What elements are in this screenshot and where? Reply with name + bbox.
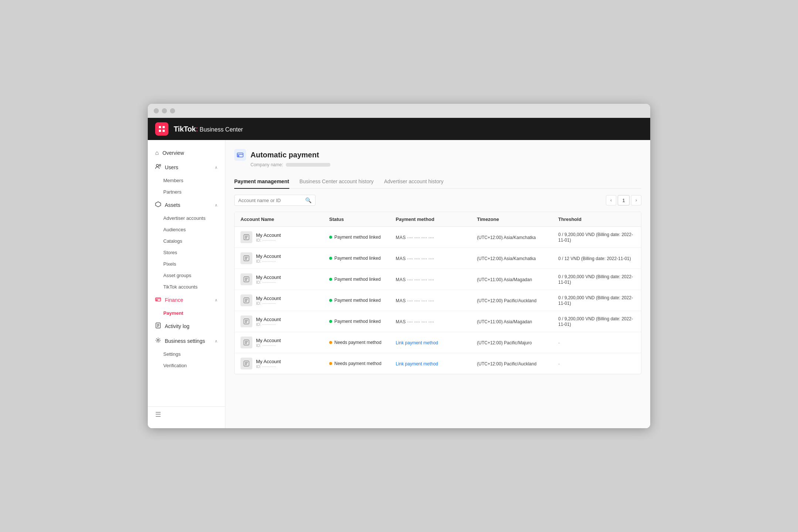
header-threshold: Threshold [552, 212, 641, 226]
business-settings-chevron-icon: ∧ [215, 339, 218, 344]
threshold-text: 0 / 9,200,000 VND (Billing date: 2022-11… [558, 232, 633, 243]
account-id: ID: ············ [256, 343, 281, 348]
table-cell-threshold: - [552, 357, 641, 371]
sidebar-item-business-settings-label: Business settings [165, 338, 205, 344]
status-text: Payment method linked [334, 319, 381, 324]
link-payment-method-link[interactable]: Link payment method [396, 361, 438, 366]
payment-method-text: MAS ···· ···· ···· ···· [396, 319, 434, 324]
status-cell: Needs payment method [329, 340, 384, 345]
threshold-text: 0 / 9,200,000 VND (Billing date: 2022-11… [558, 316, 633, 327]
svg-rect-3 [163, 130, 165, 132]
timezone-text: (UTC+12:00) Pacific/Majuro [477, 340, 532, 345]
table-header: Account Name Status Payment method Timez… [235, 212, 641, 227]
sidebar-item-verification[interactable]: Verification [148, 360, 225, 371]
sidebar-item-settings-label: Settings [163, 351, 181, 357]
collapse-sidebar-button[interactable]: ☰ [155, 411, 161, 418]
sidebar-item-payment[interactable]: Payment [148, 307, 225, 319]
svg-rect-2 [159, 130, 161, 132]
timezone-text: (UTC+12:00) Asia/Kamchatka [477, 256, 536, 261]
status-cell: Payment method linked [329, 298, 384, 303]
status-cell: Payment method linked [329, 277, 384, 282]
timezone-text: (UTC+11:00) Asia/Magadan [477, 319, 532, 324]
tab-bc-account-history[interactable]: Business Center account history [300, 175, 374, 189]
timezone-text: (UTC+12:00) Pacific/Auckland [477, 361, 536, 366]
sidebar-item-finance[interactable]: Finance ∧ [148, 293, 225, 307]
sidebar-item-tiktok-accounts[interactable]: TikTok accounts [148, 281, 225, 293]
table-cell-threshold: - [552, 335, 641, 350]
grid-icon[interactable] [155, 122, 168, 136]
table-cell-payment-method[interactable]: Link payment method [390, 335, 471, 350]
search-input[interactable] [238, 198, 303, 203]
table-cell-payment-method: MAS ···· ···· ···· ···· [390, 272, 471, 287]
sidebar-item-audiences-label: Audiences [163, 227, 186, 232]
status-cell: Payment method linked [329, 256, 384, 261]
sidebar-item-settings[interactable]: Settings [148, 348, 225, 360]
status-text: Needs payment method [334, 340, 381, 345]
sidebar-item-verification-label: Verification [163, 363, 187, 368]
home-icon: ⌂ [155, 150, 159, 156]
table-row: My Account ID: ············ Payment meth… [235, 290, 641, 311]
tab-payment-management[interactable]: Payment management [234, 175, 289, 189]
table-cell-timezone: (UTC+12:00) Asia/Kamchatka [471, 251, 552, 266]
sidebar-item-assets[interactable]: Assets ∧ [148, 198, 225, 212]
status-dot-green [329, 278, 332, 281]
sidebar-item-pixels[interactable]: Pixels [148, 258, 225, 270]
page-header: Automatic payment [234, 149, 641, 161]
company-name-label: Company name: [250, 162, 283, 167]
table-cell-threshold: 0 / 9,200,000 VND (Billing date: 2022-11… [552, 311, 641, 331]
page-icon [234, 149, 246, 161]
avatar [241, 316, 252, 327]
sidebar-item-asset-groups[interactable]: Asset groups [148, 270, 225, 281]
avatar [241, 358, 252, 369]
main-layout: ⌂ Overview Users ∧ [148, 140, 650, 428]
table-cell-threshold: 0 / 9,200,000 VND (Billing date: 2022-11… [552, 290, 641, 310]
tabs: Payment management Business Center accou… [234, 175, 641, 189]
sidebar-item-overview[interactable]: ⌂ Overview [148, 146, 225, 160]
table-cell-payment-method: MAS ···· ···· ···· ···· [390, 314, 471, 329]
status-dot-orange [329, 362, 332, 365]
table-cell-timezone: (UTC+12:00) Asia/Kamchatka [471, 230, 552, 245]
table-cell-account: My Account ID: ············ [235, 227, 323, 248]
table-cell-threshold: 0 / 9,200,000 VND (Billing date: 2022-11… [552, 269, 641, 289]
table-cell-payment-method: MAS ···· ···· ···· ···· [390, 293, 471, 308]
sidebar-item-advertiser-accounts-label: Advertiser accounts [163, 215, 205, 221]
pagination-next-button[interactable]: › [631, 195, 641, 205]
table-cell-account: My Account ID: ············ [235, 353, 323, 374]
account-id: ID: ············ [256, 322, 281, 327]
table-cell-threshold: 0 / 12 VND (Billing date: 2022-11-01) [552, 251, 641, 266]
status-cell: Payment method linked [329, 235, 384, 240]
account-id: ID: ············ [256, 259, 281, 263]
assets-icon [155, 201, 161, 209]
sidebar-item-stores[interactable]: Stores [148, 247, 225, 258]
search-icon: 🔍 [305, 197, 311, 203]
status-dot-green [329, 320, 332, 323]
settings-icon [155, 337, 161, 345]
sidebar-item-audiences[interactable]: Audiences [148, 224, 225, 235]
sidebar-item-activity-log[interactable]: Activity log [148, 319, 225, 334]
sidebar-item-payment-label: Payment [163, 310, 183, 316]
header-status: Status [323, 212, 390, 226]
sidebar-item-users[interactable]: Users ∧ [148, 160, 225, 175]
sidebar-item-catalogs[interactable]: Catalogs [148, 235, 225, 247]
table-row: My Account ID: ············ Payment meth… [235, 269, 641, 290]
sidebar-item-advertiser-accounts[interactable]: Advertiser accounts [148, 212, 225, 224]
table-row: My Account ID: ············ Needs paymen… [235, 353, 641, 374]
sidebar-item-partners[interactable]: Partners [148, 186, 225, 198]
brand-logo: TikTok: Business Center [174, 125, 243, 133]
tab-advertiser-account-history[interactable]: Advertiser account history [384, 175, 443, 189]
status-text: Payment method linked [334, 298, 381, 303]
threshold-text: 0 / 9,200,000 VND (Billing date: 2022-11… [558, 274, 633, 285]
sidebar-item-members[interactable]: Members [148, 175, 225, 186]
pagination-prev-button[interactable]: ‹ [606, 195, 616, 205]
svg-rect-12 [238, 156, 239, 156]
sidebar-item-stores-label: Stores [163, 250, 177, 255]
table-cell-status: Payment method linked [323, 230, 390, 244]
sidebar: ⌂ Overview Users ∧ [148, 140, 225, 428]
sidebar-item-business-settings[interactable]: Business settings ∧ [148, 334, 225, 348]
table-cell-payment-method[interactable]: Link payment method [390, 357, 471, 371]
search-box[interactable]: 🔍 [234, 195, 316, 206]
sidebar-item-overview-label: Overview [163, 150, 184, 156]
payment-method-text: MAS ···· ···· ···· ···· [396, 298, 434, 303]
link-payment-method-link[interactable]: Link payment method [396, 340, 438, 345]
avatar [241, 252, 252, 264]
